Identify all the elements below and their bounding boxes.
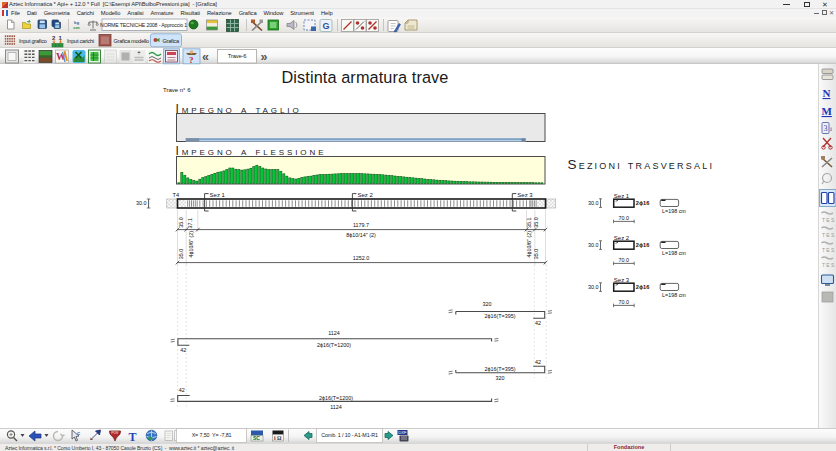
svg-text:Distinta armatura trave: Distinta armatura trave — [282, 68, 449, 86]
svg-text:320: 320 — [483, 301, 492, 307]
svg-text:42: 42 — [179, 387, 185, 393]
svg-text:Sez 2: Sez 2 — [357, 192, 373, 198]
svg-text:Impegno a flessione: Impegno a flessione — [176, 144, 327, 158]
svg-text:42: 42 — [180, 347, 186, 353]
svg-text:42: 42 — [535, 359, 541, 365]
svg-text:2ϕ16(T=395): 2ϕ16(T=395) — [484, 366, 515, 372]
svg-text:35.0: 35.0 — [178, 217, 184, 228]
svg-text:Sez 3: Sez 3 — [614, 277, 630, 283]
svg-text:Sez 1: Sez 1 — [614, 193, 630, 199]
svg-text:1252.0: 1252.0 — [353, 255, 370, 261]
svg-text:35.0: 35.0 — [533, 217, 539, 228]
svg-text:L=198 cm: L=198 cm — [662, 250, 686, 256]
svg-text:1179.7: 1179.7 — [353, 222, 369, 228]
svg-text:70.0: 70.0 — [619, 299, 630, 305]
svg-text:320: 320 — [496, 375, 505, 381]
svg-text:Sez 1: Sez 1 — [210, 192, 226, 198]
svg-text:4ϕ10/6" (2): 4ϕ10/6" (2) — [526, 231, 532, 258]
svg-text:37.1: 37.1 — [187, 218, 193, 229]
svg-text:L=198 cm: L=198 cm — [662, 292, 686, 298]
svg-text:T4: T4 — [173, 192, 180, 198]
svg-text:42: 42 — [535, 320, 541, 326]
svg-text:70.0: 70.0 — [619, 257, 630, 263]
svg-text:2ϕ16: 2ϕ16 — [636, 284, 650, 290]
svg-text:1124: 1124 — [330, 404, 342, 410]
svg-text:30.0: 30.0 — [588, 284, 599, 290]
svg-text:35.0: 35.0 — [533, 249, 539, 260]
svg-text:35.1: 35.1 — [526, 218, 532, 229]
svg-text:2ϕ16(T=395): 2ϕ16(T=395) — [484, 313, 515, 319]
svg-text:35.0: 35.0 — [178, 249, 184, 260]
svg-text:Sezioni trasversali: Sezioni trasversali — [568, 157, 715, 172]
svg-text:2ϕ16: 2ϕ16 — [636, 242, 650, 248]
svg-text:30.0: 30.0 — [588, 242, 599, 248]
svg-text:4ϕ10/6" (2): 4ϕ10/6" (2) — [188, 231, 194, 258]
svg-text:Trave n° 6: Trave n° 6 — [163, 87, 191, 93]
svg-text:2ϕ16: 2ϕ16 — [636, 200, 650, 206]
svg-text:Sez 2: Sez 2 — [614, 235, 630, 241]
svg-text:L=198 cm: L=198 cm — [662, 208, 686, 214]
svg-text:30.0: 30.0 — [136, 200, 147, 206]
svg-text:2ϕ16(T=1200): 2ϕ16(T=1200) — [319, 395, 353, 401]
svg-text:Sez 3: Sez 3 — [517, 192, 533, 198]
svg-text:8ϕ10/14" (2): 8ϕ10/14" (2) — [346, 232, 376, 238]
svg-text:70.0: 70.0 — [619, 215, 630, 221]
svg-text:2ϕ16(T=1200): 2ϕ16(T=1200) — [317, 342, 351, 348]
svg-text:1124: 1124 — [328, 330, 340, 336]
svg-text:30.0: 30.0 — [588, 200, 599, 206]
